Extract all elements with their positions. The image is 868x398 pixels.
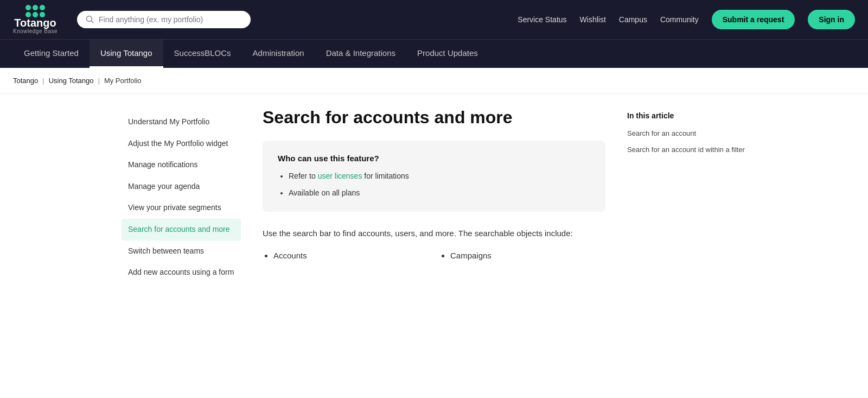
svg-line-1: [92, 21, 94, 23]
logo[interactable]: Totango Knowledge Base: [13, 5, 58, 34]
sidebar-item-switch-teams[interactable]: Switch between teams: [122, 241, 241, 262]
sidebar-item-understand[interactable]: Understand My Portfolio: [122, 111, 241, 133]
tab-product-updates[interactable]: Product Updates: [406, 40, 489, 68]
nav-links: Service Status Wishlist Campus Community…: [518, 10, 855, 29]
in-this-article-title: In this article: [627, 111, 746, 120]
sidebar-item-manage-notifications[interactable]: Manage notifications: [122, 154, 241, 176]
sign-in-button[interactable]: Sign in: [808, 10, 855, 29]
user-licenses-link[interactable]: user licenses: [318, 172, 362, 180]
submit-request-button[interactable]: Submit a request: [712, 10, 795, 29]
article-items-list: Accounts Campaigns: [263, 251, 605, 260]
search-bar[interactable]: [77, 11, 251, 28]
sidebar-item-search-accounts[interactable]: Search for accounts and more: [122, 219, 241, 241]
logo-dots: [25, 5, 45, 17]
feature-box-title: Who can use this feature?: [278, 154, 590, 163]
article-title: Search for accounts and more: [263, 107, 605, 128]
feature-box-item-1: Refer to user licenses for limitations: [289, 170, 590, 182]
feature-box-text-1b: for limitations: [362, 172, 409, 180]
sidebar-item-adjust-widget[interactable]: Adjust the My Portfolio widget: [122, 133, 241, 155]
feature-box-list: Refer to user licenses for limitations A…: [278, 170, 590, 199]
breadcrumb-current: My Portfolio: [104, 77, 142, 85]
breadcrumb-sep-2: |: [98, 77, 100, 85]
nav-service-status[interactable]: Service Status: [518, 15, 566, 24]
feature-box-item-2: Available on all plans: [289, 187, 590, 199]
feature-box-text-1: Refer to: [289, 172, 318, 180]
article-body: Use the search bar to find accounts, use…: [263, 227, 605, 240]
sidebar-item-add-accounts[interactable]: Add new accounts using a form: [122, 262, 241, 283]
feature-box-text-2: Available on all plans: [289, 188, 360, 197]
tab-successblocs[interactable]: SuccessBLOCs: [163, 40, 242, 68]
sidebar-item-manage-agenda[interactable]: Manage your agenda: [122, 176, 241, 198]
tab-using-totango[interactable]: Using Totango: [90, 40, 163, 68]
nav-community[interactable]: Community: [660, 15, 699, 24]
in-article-link-1[interactable]: Search for an account: [627, 129, 746, 138]
sidebar: Understand My Portfolio Adjust the My Po…: [122, 107, 241, 283]
logo-sub: Knowledge Base: [13, 28, 58, 34]
search-input[interactable]: [99, 15, 242, 24]
article-content: Search for accounts and more Who can use…: [263, 107, 605, 283]
breadcrumb: Totango | Using Totango | My Portfolio: [0, 68, 868, 94]
nav-campus[interactable]: Campus: [619, 15, 647, 24]
list-item-campaigns: Campaigns: [450, 251, 605, 260]
in-article-link-2[interactable]: Search for an account id within a filter: [627, 145, 746, 155]
main-layout: Understand My Portfolio Adjust the My Po…: [108, 94, 760, 296]
secondary-navbar: Getting Started Using Totango SuccessBLO…: [0, 39, 868, 68]
feature-box: Who can use this feature? Refer to user …: [263, 141, 605, 212]
nav-wishlist[interactable]: Wishlist: [580, 15, 606, 24]
tab-data-integrations[interactable]: Data & Integrations: [315, 40, 406, 68]
search-icon: [86, 15, 94, 24]
breadcrumb-totango[interactable]: Totango: [13, 77, 38, 85]
breadcrumb-sep-1: |: [42, 77, 44, 85]
list-item-accounts: Accounts: [273, 251, 429, 260]
logo-text: Totango: [14, 17, 56, 28]
top-navbar: Totango Knowledge Base Service Status Wi…: [0, 0, 868, 39]
breadcrumb-using-totango[interactable]: Using Totango: [49, 77, 94, 85]
sidebar-item-private-segments[interactable]: View your private segments: [122, 197, 241, 219]
right-panel: In this article Search for an account Se…: [627, 107, 746, 283]
tab-administration[interactable]: Administration: [242, 40, 315, 68]
tab-getting-started[interactable]: Getting Started: [13, 40, 90, 68]
